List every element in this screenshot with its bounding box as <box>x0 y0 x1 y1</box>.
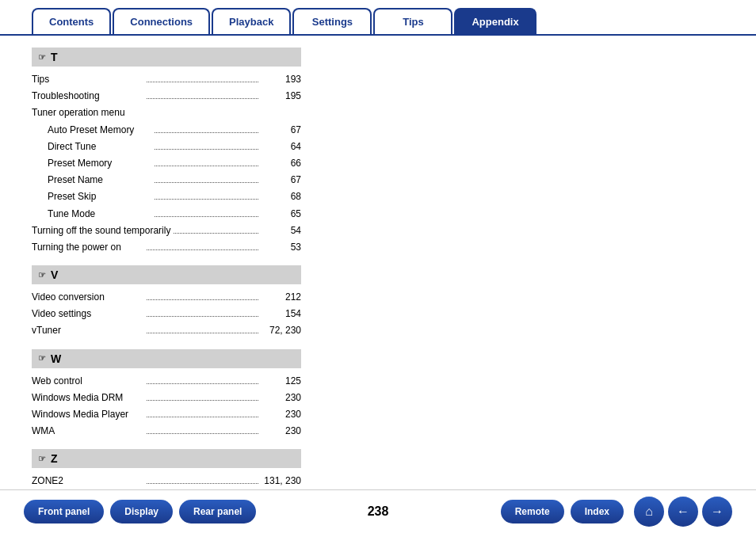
entry-page: 53 <box>262 240 301 255</box>
entry-name: Tune Mode <box>48 207 151 222</box>
entry-page: 195 <box>262 89 301 104</box>
index-entry: Tuner operation menu <box>32 105 301 121</box>
index-entry: Tune Mode65 <box>32 206 301 223</box>
section-header-W: ☞W <box>32 349 301 368</box>
index-entry: WMA230 <box>32 423 301 440</box>
index-panel: ☞TTips193Troubleshooting195Tuner operati… <box>32 48 301 490</box>
entry-page: 72, 230 <box>262 323 301 338</box>
entry-page: 230 <box>262 407 301 422</box>
entry-dots <box>155 166 258 166</box>
index-entry: ZONE2131, 230 <box>32 473 301 489</box>
entry-dots <box>155 182 258 183</box>
page-ref-icon: ☞ <box>38 454 46 464</box>
entry-page: 230 <box>262 390 301 405</box>
entry-name: Web control <box>32 374 143 389</box>
entry-page: 54 <box>262 223 301 238</box>
forward-button[interactable]: → <box>702 497 732 527</box>
entry-dots <box>155 149 258 150</box>
entry-name: vTuner <box>32 323 143 338</box>
entry-name: ZONE2 <box>32 474 143 489</box>
section-header-V: ☞V <box>32 265 301 284</box>
section-header-T: ☞T <box>32 48 301 67</box>
entry-name: Turning off the sound temporarily <box>32 223 170 238</box>
entry-name: Auto Preset Memory <box>48 123 151 138</box>
nav-btn-remote[interactable]: Remote <box>501 500 564 523</box>
entry-name: Preset Skip <box>48 189 151 204</box>
entry-name: Tips <box>32 72 143 87</box>
entry-dots <box>147 417 258 417</box>
entry-name: Direct Tune <box>48 139 151 154</box>
entry-name: Tuner operation menu <box>32 105 301 120</box>
nav-btn-index[interactable]: Index <box>571 500 624 523</box>
entry-name: WMA <box>32 424 143 439</box>
entry-dots <box>155 216 258 217</box>
entry-dots <box>147 383 258 384</box>
index-entry: Video settings154 <box>32 306 301 322</box>
index-entry: Windows Media Player230 <box>32 406 301 423</box>
entry-page: 230 <box>262 424 301 439</box>
entry-name: Windows Media DRM <box>32 390 143 405</box>
entry-page: 125 <box>262 374 301 389</box>
home-button[interactable]: ⌂ <box>634 497 664 527</box>
nav-btn-display[interactable]: Display <box>110 500 173 523</box>
entry-dots <box>147 82 258 82</box>
entry-dots <box>147 433 258 434</box>
tab-connections[interactable]: Connections <box>113 8 210 34</box>
nav-btn-front_panel[interactable]: Front panel <box>24 500 104 523</box>
entry-page: 67 <box>262 173 301 188</box>
entry-dots <box>147 299 258 300</box>
entry-page: 67 <box>262 123 301 138</box>
entry-name: Windows Media Player <box>32 407 143 422</box>
entry-page: 131, 230 <box>262 474 301 489</box>
back-icon: ← <box>677 504 689 519</box>
entry-page: 65 <box>262 207 301 222</box>
entry-page: 66 <box>262 156 301 171</box>
tab-appendix[interactable]: Appendix <box>454 8 536 34</box>
entry-name: Video settings <box>32 306 143 322</box>
main-content: ☞TTips193Troubleshooting195Tuner operati… <box>0 36 756 502</box>
index-entry: Troubleshooting195 <box>32 88 301 105</box>
entry-name: Troubleshooting <box>32 89 143 104</box>
entry-dots <box>155 132 258 133</box>
entry-page: 193 <box>262 72 301 87</box>
entry-dots <box>147 400 258 401</box>
entry-dots <box>147 316 258 317</box>
index-entry: Web control125 <box>32 373 301 390</box>
bottom-left-buttons: Front panelDisplayRear panel <box>24 500 262 523</box>
index-entry: vTuner72, 230 <box>32 322 301 339</box>
entry-name: Preset Name <box>48 173 151 188</box>
entry-page: 212 <box>262 290 301 305</box>
index-entry: Turning off the sound temporarily54 <box>32 223 301 239</box>
back-button[interactable]: ← <box>668 497 698 527</box>
index-entry: Preset Skip68 <box>32 188 301 205</box>
entry-dots <box>147 98 258 99</box>
entry-name: Preset Memory <box>48 156 151 171</box>
entry-name: Turning the power on <box>32 240 143 255</box>
page-ref-icon: ☞ <box>38 52 46 63</box>
tab-tips[interactable]: Tips <box>373 8 452 34</box>
entry-dots <box>147 249 258 250</box>
tab-settings[interactable]: Settings <box>292 8 372 34</box>
index-entry: Turning the power on53 <box>32 239 301 256</box>
entry-dots <box>155 199 258 200</box>
bottom-navigation: Front panelDisplayRear panel238RemoteInd… <box>0 489 756 533</box>
page-ref-icon: ☞ <box>38 270 46 280</box>
entry-page: 154 <box>262 306 301 322</box>
entry-page: 68 <box>262 189 301 204</box>
page-ref-icon: ☞ <box>38 353 46 364</box>
entry-dots <box>174 233 258 234</box>
top-navigation: ContentsConnectionsPlaybackSettingsTipsA… <box>0 0 756 36</box>
entry-page: 64 <box>262 139 301 154</box>
page-number: 238 <box>368 504 389 519</box>
index-entry: Auto Preset Memory67 <box>32 122 301 139</box>
bottom-right-buttons: RemoteIndex⌂←→ <box>501 497 732 527</box>
index-entry: Direct Tune64 <box>32 139 301 155</box>
forward-icon: → <box>711 504 724 519</box>
tab-playback[interactable]: Playback <box>212 8 291 34</box>
index-entry: Tips193 <box>32 71 301 88</box>
index-entry: Preset Name67 <box>32 172 301 188</box>
nav-btn-rear_panel[interactable]: Rear panel <box>179 500 256 523</box>
index-entry: Preset Memory66 <box>32 155 301 172</box>
tab-contents[interactable]: Contents <box>32 8 111 34</box>
index-entry: Windows Media DRM230 <box>32 390 301 406</box>
